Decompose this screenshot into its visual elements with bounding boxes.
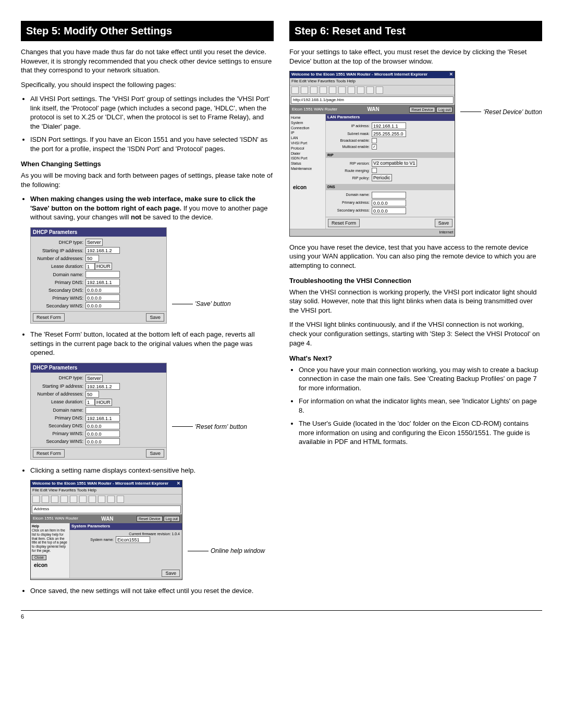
sidebar-item[interactable]: Status [291,161,324,166]
save-button[interactable]: Save [146,449,164,458]
save-button[interactable]: Save [435,219,453,227]
save-callout: 'Save' button [195,300,231,307]
bcast-checkbox[interactable] [372,138,377,143]
firmware-text: Current firmware revision: 1.0.4 [72,532,180,536]
ie-menu[interactable]: File Edit View Favorites Tools Help [290,78,455,85]
ie-address-bar[interactable]: http://192.168.1.1/page.htm [291,96,454,104]
help-title: Help [32,524,68,528]
rip-version-select[interactable]: V2 compatible to V1 [372,159,417,167]
pwins-input[interactable]: 0.0.0.0 [85,430,120,437]
sidebar-item[interactable]: Protocol [291,146,324,151]
ie-sidebar[interactable]: Home System Connection IP LAN VHSI Port … [290,114,326,229]
callout-line [172,304,193,304]
sidebar-item[interactable]: Home [291,115,324,120]
secondary-input[interactable]: 0.0.0.0 [372,207,406,214]
save-not: not [131,213,141,221]
list-item-saved: Once saved, the new settings will not ta… [30,586,274,596]
dhcp-type-select[interactable]: Server [85,375,103,382]
sidebar-item[interactable]: IP [291,130,324,135]
save-button[interactable]: Save [162,570,180,577]
list-item-resetform: The 'Reset Form' button, located at the … [30,330,274,357]
ie-address-bar[interactable]: Address [32,505,181,513]
list-item: All VHSI Port settings. The 'VHSI Port' … [30,94,274,131]
sidebar-item[interactable]: Connection [291,126,324,131]
sidebar-item[interactable]: ISDN Port [291,156,324,161]
list-item-save: When making changes using the web interf… [30,194,274,222]
domain-input[interactable] [372,192,406,199]
subhead-next: What's Next? [289,354,542,363]
lease-input[interactable]: 1 [85,263,95,270]
num-addr-input[interactable]: 50 [85,391,99,398]
starting-ip-input[interactable]: 192.168.1.2 [85,383,120,390]
subnet-input[interactable]: 255.255.255.0 [372,130,406,137]
swins-input[interactable]: 0.0.0.0 [85,302,120,309]
sidebar-item[interactable]: System [291,120,324,126]
step5-intro: Changes that you have made thus far do n… [21,47,274,75]
label: Primary DNS: [34,279,85,286]
reset-form-button[interactable]: Reset Form [33,449,65,458]
label: Starting IP address: [34,248,85,254]
pdns-input[interactable]: 192.168.1.1 [85,279,120,286]
reset-form-callout: 'Reset form' button [195,423,247,430]
domain-input[interactable] [85,271,120,278]
ie-lan-window: Welcome to the Eicon 1551 WAN Router - M… [289,71,455,237]
panel-title: DHCP Parameters [31,228,166,237]
lease-unit-select[interactable]: HOUR [95,263,112,270]
right-column: Step 6: Reset and Test For your settings… [289,21,542,601]
subhead-changing: When Changing Settings [21,159,274,169]
sysname-input[interactable]: Eicon1551 [116,536,150,543]
starting-ip-input[interactable]: 192.168.1.2 [85,247,120,254]
close-icon[interactable]: ✕ [177,481,180,487]
save-button[interactable]: Save [146,313,164,322]
label: Secondary WINS: [34,303,85,309]
ie-titlebar-text: Welcome to the Eicon 1551 WAN Router - M… [291,72,427,78]
mcast-checkbox[interactable]: ✓ [372,144,377,150]
ie-menu[interactable]: File Edit View Favorites Tools Help [31,487,182,495]
callout-line [188,551,209,551]
routemerge-checkbox[interactable] [372,168,377,173]
help-close-button[interactable]: Close [32,555,46,560]
logo: eicon [291,182,324,193]
list-item: The User's Guide (located in the 'doc' f… [299,419,542,447]
label: Domain name: [34,407,85,413]
logout-button[interactable]: Log out [164,516,180,522]
primary-input[interactable]: 0.0.0.0 [372,200,406,206]
sidebar-item[interactable]: LAN [291,135,324,141]
lease-input[interactable]: 1 [85,399,95,405]
pdns-input[interactable]: 192.168.1.1 [85,415,120,422]
label: System name: [72,537,116,542]
sdns-input[interactable]: 0.0.0.0 [85,287,120,293]
ip-input[interactable]: 192.168.1.1 [372,122,406,129]
sidebar-item[interactable]: Maintenance [291,166,324,171]
wan-logo: WAN [367,106,379,113]
logout-button[interactable]: Log out [436,107,452,113]
callout-line [172,426,193,427]
label: DHCP type: [34,375,85,381]
pwins-input[interactable]: 0.0.0.0 [85,294,120,301]
reset-device-button[interactable]: Reset Device [137,516,163,522]
lease-unit-select[interactable]: HOUR [95,399,112,406]
sidebar-item[interactable]: Dialer [291,151,324,156]
sdns-input[interactable]: 0.0.0.0 [85,423,120,429]
num-addr-input[interactable]: 50 [85,255,99,262]
logo: eicon [32,560,68,571]
close-icon[interactable]: ✕ [449,72,453,78]
status-internet: Internet [439,230,453,236]
rip-policy-select[interactable]: Periodic [372,174,392,181]
swins-input[interactable]: 0.0.0.0 [85,438,120,445]
label: Number of addresses: [34,391,85,397]
ie-toolbar[interactable] [31,495,182,504]
reset-device-button[interactable]: Reset Device [409,107,435,113]
label: Secondary DNS: [34,423,85,429]
label: Subnet mask: [328,131,372,136]
reset-form-button[interactable]: Reset Form [33,313,65,322]
domain-input[interactable] [85,407,120,414]
label: DHCP type: [34,239,85,245]
panel-title: DHCP Parameters [31,363,166,373]
ie-toolbar[interactable] [290,85,455,95]
sidebar-item[interactable]: VHSI Port [291,141,324,146]
ie-titlebar-text: Welcome to the Eicon 1551 WAN Router - M… [32,481,168,487]
reset-form-button[interactable]: Reset Form [328,219,360,227]
dhcp-type-select[interactable]: Server [85,239,103,246]
dhcp-panel-reset: DHCP Parameters DHCP type:Server Startin… [30,363,167,460]
